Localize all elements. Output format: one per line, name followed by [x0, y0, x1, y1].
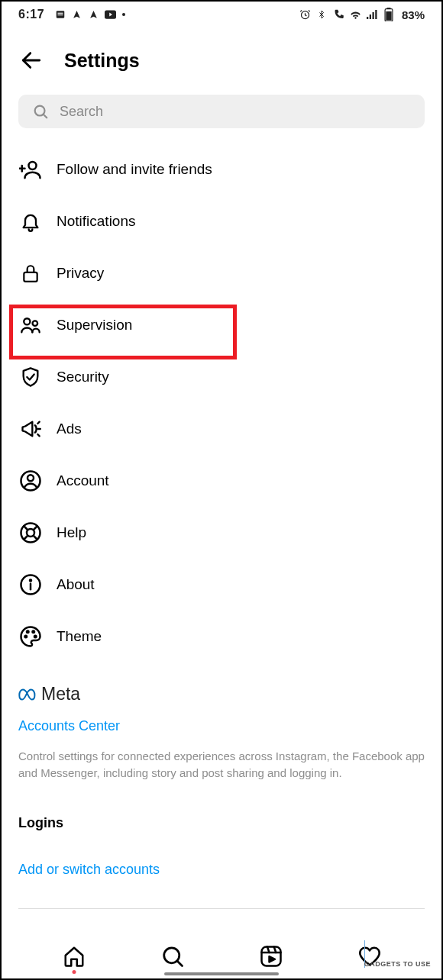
item-label: Privacy	[57, 265, 104, 282]
svg-point-20	[24, 318, 30, 324]
item-label: Ads	[57, 421, 82, 437]
alarm-icon	[299, 9, 311, 21]
status-left: 6:17	[18, 8, 125, 21]
logins-heading: Logins	[18, 815, 425, 831]
svg-point-21	[33, 321, 38, 326]
item-label: Follow and invite friends	[57, 161, 212, 178]
notification-indicator-icon	[54, 9, 66, 21]
svg-line-29	[24, 526, 27, 530]
search-bar[interactable]	[18, 95, 425, 128]
item-label: Theme	[57, 628, 102, 645]
meta-section: Meta Accounts Center Control settings fo…	[2, 662, 441, 782]
people-icon	[18, 313, 43, 337]
youtube-indicator-icon	[105, 9, 116, 21]
item-security[interactable]: Security	[18, 351, 425, 403]
svg-point-4	[122, 13, 125, 16]
item-ads[interactable]: Ads	[18, 403, 425, 455]
item-label: About	[57, 576, 95, 593]
svg-point-35	[30, 579, 31, 581]
meta-logo: Meta	[18, 684, 425, 704]
header: Settings	[2, 24, 441, 95]
item-privacy[interactable]: Privacy	[18, 247, 425, 299]
svg-point-36	[25, 636, 27, 638]
item-label: Security	[57, 369, 109, 385]
meta-infinity-icon	[18, 687, 38, 702]
meta-brand-text: Meta	[41, 684, 80, 704]
battery-percentage: 83%	[402, 8, 425, 21]
shield-check-icon	[18, 365, 43, 389]
svg-line-32	[24, 536, 27, 540]
bluetooth-icon	[316, 9, 328, 21]
more-indicator-icon	[121, 9, 125, 21]
item-account[interactable]: Account	[18, 455, 425, 507]
lifebuoy-icon	[18, 521, 43, 545]
status-time: 6:17	[18, 8, 44, 21]
app-indicator2-icon	[88, 9, 99, 21]
search-input[interactable]	[60, 104, 411, 120]
svg-rect-2	[57, 15, 63, 15]
home-notification-dot	[72, 970, 76, 974]
svg-line-41	[177, 961, 182, 965]
svg-line-31	[34, 526, 37, 530]
svg-line-22	[37, 422, 39, 424]
item-theme[interactable]: Theme	[18, 611, 425, 662]
svg-rect-6	[367, 17, 368, 19]
status-bar: 6:17	[2, 2, 441, 24]
logins-section: Logins Add or switch accounts	[2, 782, 441, 878]
svg-point-38	[33, 631, 35, 633]
reels-icon	[260, 945, 283, 968]
search-icon	[32, 103, 49, 120]
info-icon	[18, 572, 43, 597]
svg-rect-19	[24, 272, 37, 282]
meta-description: Control settings for connected experienc…	[18, 748, 425, 782]
add-switch-accounts-link[interactable]: Add or switch accounts	[18, 862, 425, 878]
search-container	[2, 95, 441, 128]
wifi-icon	[350, 9, 361, 21]
nav-search[interactable]	[160, 943, 186, 969]
search-nav-icon	[161, 945, 184, 968]
add-person-icon	[18, 157, 43, 182]
call-icon	[333, 9, 344, 21]
account-circle-icon	[18, 469, 43, 493]
megaphone-icon	[18, 417, 43, 441]
svg-point-26	[27, 475, 34, 481]
status-right: 83%	[299, 8, 425, 21]
svg-point-37	[27, 631, 29, 633]
item-label: Help	[57, 524, 86, 541]
item-label: Supervision	[57, 317, 132, 334]
item-label: Account	[57, 472, 109, 489]
back-button[interactable]	[18, 47, 44, 73]
svg-rect-12	[386, 11, 392, 21]
item-help[interactable]: Help	[18, 507, 425, 559]
svg-point-39	[34, 636, 37, 638]
lock-icon	[18, 261, 43, 285]
item-notifications[interactable]: Notifications	[18, 195, 425, 247]
item-about[interactable]: About	[18, 559, 425, 611]
palette-icon	[18, 624, 43, 649]
bell-icon	[18, 209, 43, 234]
page-title: Settings	[64, 50, 140, 72]
svg-line-15	[44, 114, 47, 118]
home-indicator	[164, 972, 279, 975]
signal-icon	[367, 9, 378, 21]
item-supervision[interactable]: Supervision	[18, 299, 425, 351]
svg-rect-1	[57, 13, 63, 14]
item-follow-invite[interactable]: Follow and invite friends	[18, 143, 425, 195]
svg-rect-8	[372, 12, 373, 19]
nav-reels[interactable]	[258, 943, 284, 969]
home-icon	[63, 945, 86, 968]
svg-rect-7	[370, 15, 371, 19]
accounts-center-link[interactable]: Accounts Center	[18, 718, 425, 734]
watermark-text: GADGETS TO USE	[364, 960, 431, 968]
item-label: Notifications	[57, 213, 136, 230]
svg-rect-9	[375, 10, 377, 19]
settings-list: Follow and invite friends Notifications …	[2, 128, 441, 662]
svg-line-24	[37, 434, 39, 436]
nav-home[interactable]	[61, 943, 87, 969]
app-indicator-icon	[71, 9, 82, 21]
svg-line-30	[34, 536, 37, 540]
svg-point-16	[29, 162, 37, 169]
arrow-left-icon	[19, 48, 44, 73]
bottom-divider	[18, 908, 425, 909]
battery-icon	[383, 9, 395, 21]
